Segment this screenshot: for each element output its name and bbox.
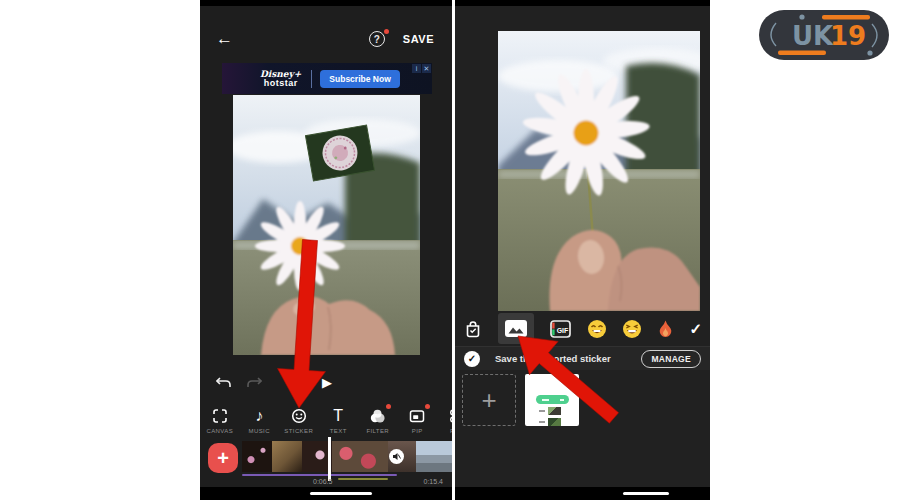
flame-icon [657,319,674,339]
clip-thumb [416,441,452,472]
video-preview[interactable] [233,95,420,355]
redo-icon[interactable] [246,376,262,389]
tool-label: FILTER [366,428,389,434]
notification-dot [386,404,391,409]
emoji-laugh-icon [622,319,642,339]
scissors-icon [449,407,452,424]
status-bar [455,0,710,6]
help-glyph: ? [374,34,380,45]
trending-tab[interactable] [657,319,674,339]
video-frame-flower-scene [233,95,420,355]
playhead[interactable] [328,437,331,481]
add-sticker-button[interactable]: + [462,374,516,426]
music-note-icon: ♪ [255,407,263,424]
gesture-bar [200,487,452,500]
clip-thumb [332,441,388,472]
back-icon[interactable]: ← [216,29,233,49]
tool-text[interactable]: T TEXT [319,402,359,439]
home-indicator[interactable] [623,492,669,495]
clip-thumb [242,441,272,472]
sticker-smiley-icon [291,407,307,424]
site-watermark-logo: UK 19 [758,8,890,62]
mute-icon[interactable] [389,449,404,464]
sticker-shop-button[interactable] [463,319,483,339]
thumbnail-row [539,418,561,426]
text-icon: T [333,407,343,424]
gallery-import-button[interactable] [498,313,534,344]
home-indicator[interactable] [310,492,372,495]
checkbox-checked-icon[interactable]: ✓ [464,351,480,367]
filter-icon [369,407,386,424]
play-button[interactable]: ▶ [322,375,332,390]
tool-pip[interactable]: PIP [398,402,438,439]
clip-thumb [272,441,302,472]
tool-label: MUSIC [249,428,270,434]
emoji-grin-icon [587,319,607,339]
save-imported-label: Save the imported sticker [495,353,641,364]
help-icon[interactable]: ? [369,31,385,47]
tool-label: STICKER [284,428,313,434]
tool-label: PRE [450,428,452,434]
timeline[interactable]: + 0:06.5 0:15.4 [200,440,452,487]
gesture-bar [455,487,710,500]
logo-text-orange: 19 [830,21,866,51]
tool-label: TEXT [330,428,347,434]
save-button[interactable]: SAVE [403,33,434,45]
editor-top-bar: ← ? SAVE [200,6,452,58]
tool-label: PIP [412,428,423,434]
save-imported-sticker-row: ✓ Save the imported sticker MANAGE [455,346,710,370]
notification-dot [425,404,430,409]
svg-text:GIF: GIF [557,326,569,333]
canvas-icon [212,407,228,424]
tool-canvas[interactable]: CANVAS [200,402,240,439]
notification-dot [384,29,389,34]
undo-icon[interactable] [216,376,232,389]
manage-button[interactable]: MANAGE [641,350,701,368]
video-preview[interactable] [498,31,700,311]
tool-filter[interactable]: FILTER [358,402,398,439]
tool-label: CANVAS [206,428,233,434]
music-track[interactable] [242,474,397,476]
ad-subscribe-button[interactable]: Subscribe Now [320,70,399,88]
thumbnail-green-button [536,395,569,404]
logo-text-gray: UK [792,21,834,51]
total-time: 0:15.4 [424,478,443,485]
current-time: 0:06.5 [313,478,332,485]
confirm-button[interactable]: ✓ [689,320,702,338]
thumbnail-row [539,407,561,415]
pip-icon [409,407,425,424]
transport-bar: ▶ [200,364,452,400]
editor-screen: ← ? SAVE Disney+ hotstar Subscribe Now i… [200,0,452,500]
add-clip-button[interactable]: + [208,443,238,473]
ad-brand-logo: Disney+ hotstar [260,70,301,88]
tool-preset[interactable]: PRE [437,402,452,439]
gif-icon: GIF [549,319,572,339]
gif-button[interactable]: GIF [549,319,572,339]
shop-bag-icon [463,319,483,339]
sticker-picker-screen: GIF [455,0,710,500]
emoji-grin-tab[interactable] [587,319,607,339]
divider [311,70,312,88]
tool-music[interactable]: ♪ MUSIC [240,402,280,439]
adchoices-icon[interactable]: i [412,64,421,73]
clip-thumbnails[interactable] [242,441,452,472]
imported-sticker-thumbnail[interactable] [525,374,579,426]
gallery-image-icon [505,320,527,337]
video-frame-flower-scene [498,31,700,311]
imported-sticker-library: + [455,370,710,426]
emoji-laugh-tab[interactable] [622,319,642,339]
effect-track[interactable] [338,478,388,480]
editor-toolbar: CANVAS ♪ MUSIC STICKER T TEXT FILTER [200,402,452,439]
ad-banner[interactable]: Disney+ hotstar Subscribe Now i ✕ [222,63,432,94]
sticker-category-bar: GIF [455,311,710,346]
tool-sticker[interactable]: STICKER [279,402,319,439]
ad-close-icon[interactable]: ✕ [422,64,431,73]
ad-brand-line2: hotstar [260,79,301,88]
